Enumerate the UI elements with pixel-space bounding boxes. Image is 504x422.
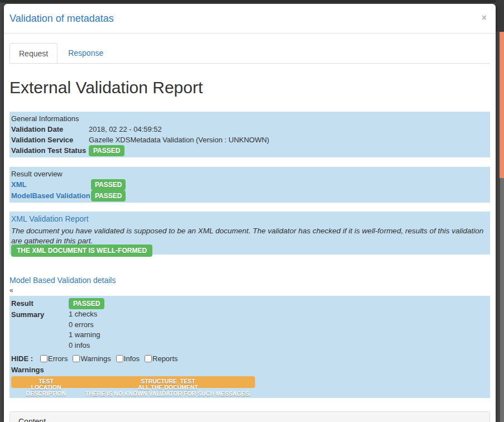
result-label: Result xyxy=(11,298,69,309)
status-badge: PASSED xyxy=(69,298,104,309)
xml-wellformed-badge: THE XML DOCUMENT IS WELL-FORMED xyxy=(11,244,152,257)
summary-warnings: 1 warning xyxy=(69,330,100,341)
general-informations-panel: General Informations Validation Date 201… xyxy=(9,112,490,157)
modal-title: Validation of metadatas xyxy=(9,13,114,24)
xml-validation-report-link[interactable]: XML Validation Report xyxy=(11,213,488,225)
hide-infos-checkbox[interactable] xyxy=(116,355,123,362)
result-row: Result PASSED xyxy=(11,298,488,309)
summary-checks: 1 checks xyxy=(69,309,100,320)
validation-service-label: Validation Service xyxy=(11,135,89,145)
validation-status-row: Validation Test Status PASSED xyxy=(11,145,488,156)
hide-warnings-checkbox[interactable] xyxy=(73,355,80,362)
validation-date-value: 2018, 02 22 - 04:59:52 xyxy=(89,124,488,135)
summary-row: Summary 1 checks 0 errors 1 warning 0 in… xyxy=(11,309,488,351)
background-page-top xyxy=(0,0,504,3)
summary-infos: 0 infos xyxy=(69,341,100,351)
status-badge: PASSED xyxy=(91,179,126,190)
status-badge: PASSED xyxy=(91,190,126,202)
validation-status-label: Validation Test Status xyxy=(11,145,89,156)
modal-header: Validation of metadatas × xyxy=(4,4,496,33)
tab-response[interactable]: Response xyxy=(59,43,112,63)
validation-modal: Validation of metadatas × Request Respon… xyxy=(4,4,496,422)
xml-validation-description: The document you have validated is suppo… xyxy=(11,226,488,246)
summary-label: Summary xyxy=(11,309,69,351)
hide-reports-label: Reports xyxy=(152,353,178,364)
background-page-edge-orange xyxy=(500,32,504,178)
warnings-heading: Warnings xyxy=(11,365,488,375)
validation-service-value: Gazelle XDSMetadata Validation (Version … xyxy=(89,135,488,145)
warning-table-row: DESCRIPTION THERE IS NO KNOWN VALIDATOR … xyxy=(11,391,255,397)
background-page-edge-dark xyxy=(496,0,504,32)
overview-row-modelbased: ModelBased Validation PASSED xyxy=(11,190,488,202)
result-overview-panel: Result overview XML PASSED ModelBased Va… xyxy=(9,167,490,203)
content-panel: Content xyxy=(9,411,490,422)
modal-body: Request Response External Validation Rep… xyxy=(4,33,496,422)
hide-errors-label: Errors xyxy=(48,353,68,364)
warning-table: TEST STRUCTURE_TEST LOCATION ALL THE DOC… xyxy=(11,376,255,397)
page-title: External Validation Report xyxy=(9,78,490,97)
background-page-edge-gray xyxy=(500,178,504,422)
summary-errors: 0 errors xyxy=(69,320,100,330)
general-informations-caption: General Informations xyxy=(11,113,488,124)
hide-errors-checkbox[interactable] xyxy=(40,355,47,362)
hide-filter-row: HIDE : Errors Warnings Infos Reports xyxy=(11,353,488,364)
warning-description-key: DESCRIPTION xyxy=(11,391,81,397)
status-badge: PASSED xyxy=(89,145,124,156)
model-based-panel: Result PASSED Summary 1 checks 0 errors … xyxy=(9,296,490,398)
close-icon[interactable]: × xyxy=(482,13,487,22)
validation-date-label: Validation Date xyxy=(11,124,89,135)
validation-date-row: Validation Date 2018, 02 22 - 04:59:52 xyxy=(11,124,488,135)
modelbased-validation-link[interactable]: ModelBased Validation xyxy=(11,190,91,202)
hide-infos-label: Infos xyxy=(124,353,140,364)
overview-row-xml: XML PASSED xyxy=(11,179,488,190)
tab-bar: Request Response xyxy=(9,43,490,64)
hide-label: HIDE : xyxy=(11,353,33,364)
hide-reports-checkbox[interactable] xyxy=(145,355,152,362)
xml-validation-report-panel: XML Validation Report The document you h… xyxy=(9,212,490,255)
warning-description-value: THERE IS NO KNOWN VALIDATOR FOR SUCH MES… xyxy=(81,391,255,397)
result-overview-caption: Result overview xyxy=(11,169,488,179)
hide-warnings-label: Warnings xyxy=(80,353,111,364)
model-based-details-link[interactable]: Model Based Validation details xyxy=(9,275,490,286)
content-panel-header: Content xyxy=(10,412,489,422)
tab-request[interactable]: Request xyxy=(9,43,57,63)
xml-link[interactable]: XML xyxy=(11,179,91,190)
collapse-toggle[interactable]: « xyxy=(9,286,490,294)
validation-service-row: Validation Service Gazelle XDSMetadata V… xyxy=(11,135,488,145)
